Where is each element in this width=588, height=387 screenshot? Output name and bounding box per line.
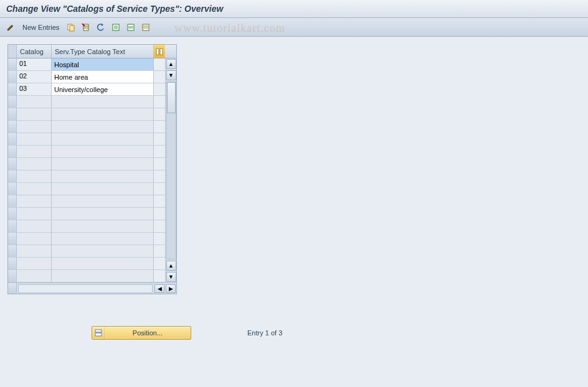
cell-catalog[interactable]	[17, 220, 52, 232]
row-selector[interactable]	[8, 208, 17, 220]
cell-catalog[interactable]	[17, 158, 52, 170]
catalog-text-input[interactable]	[52, 71, 153, 83]
scroll-down-icon[interactable]: ▼	[166, 70, 176, 80]
cell-text[interactable]	[52, 108, 154, 120]
cell-text[interactable]	[52, 71, 154, 83]
column-header-selector[interactable]	[8, 45, 17, 58]
cell-catalog[interactable]	[17, 208, 52, 220]
row-selector[interactable]	[8, 245, 17, 257]
page-title-text: Change View "Catalogs of Service Types":…	[6, 4, 223, 14]
cell-text[interactable]	[52, 96, 154, 108]
cell-text[interactable]	[52, 158, 154, 170]
cell-text[interactable]	[52, 258, 154, 269]
row-selector[interactable]	[8, 83, 17, 95]
row-selector[interactable]	[8, 133, 17, 145]
toggle-edit-icon[interactable]	[5, 22, 16, 33]
catalog-text-input[interactable]	[52, 108, 153, 120]
cell-catalog[interactable]	[17, 183, 52, 195]
catalog-text-input[interactable]	[52, 170, 153, 182]
row-selector[interactable]	[8, 71, 17, 83]
row-selector[interactable]	[8, 270, 17, 282]
scroll-thumb[interactable]	[167, 82, 176, 113]
position-button[interactable]: Position...	[92, 326, 191, 340]
catalog-text-input[interactable]	[52, 208, 153, 220]
catalog-text-input[interactable]	[52, 183, 153, 195]
new-entries-button[interactable]: New Entries	[20, 22, 62, 32]
cell-catalog[interactable]	[17, 133, 52, 145]
copy-icon[interactable]	[65, 22, 77, 33]
cell-text[interactable]	[52, 133, 154, 145]
deselect-all-icon[interactable]	[140, 22, 151, 33]
catalog-text-input[interactable]	[52, 245, 153, 257]
row-selector[interactable]	[8, 220, 17, 232]
column-config-icon[interactable]	[154, 45, 165, 58]
cell-catalog[interactable]	[17, 258, 52, 269]
svg-rect-9	[143, 24, 149, 30]
row-selector[interactable]	[8, 183, 17, 195]
vertical-scrollbar[interactable]: ▲ ▼ ▲ ▼	[165, 58, 176, 282]
scroll-up2-icon[interactable]: ▲	[166, 261, 176, 271]
scroll-up-icon[interactable]: ▲	[166, 59, 176, 69]
cell-catalog[interactable]: 03	[17, 83, 52, 95]
column-header-catalog[interactable]: Catalog	[17, 45, 52, 58]
cell-catalog[interactable]: 02	[17, 71, 52, 83]
cell-catalog[interactable]	[17, 245, 52, 257]
catalog-text-input[interactable]	[52, 158, 153, 170]
delete-icon[interactable]	[80, 22, 92, 33]
row-selector[interactable]	[8, 108, 17, 120]
table-row	[8, 170, 165, 183]
cell-catalog[interactable]: 01	[17, 58, 52, 70]
cell-catalog[interactable]	[17, 146, 52, 157]
row-selector[interactable]	[8, 233, 17, 245]
horizontal-scrollbar[interactable]: ◀ ▶	[8, 282, 176, 294]
hscroll-track[interactable]	[18, 284, 153, 293]
catalog-text-input[interactable]	[52, 146, 153, 157]
catalog-text-input[interactable]	[52, 258, 153, 269]
row-selector[interactable]	[8, 58, 17, 70]
catalog-text-input[interactable]	[52, 121, 153, 133]
catalog-text-input[interactable]	[52, 233, 153, 245]
cell-text[interactable]	[52, 146, 154, 157]
cell-text[interactable]	[52, 270, 154, 282]
column-header-text[interactable]: Serv.Type Catalog Text	[52, 45, 154, 58]
row-selector[interactable]	[8, 146, 17, 157]
select-block-icon[interactable]	[125, 22, 136, 33]
cell-text[interactable]	[52, 233, 154, 245]
scroll-track[interactable]	[166, 82, 176, 259]
cell-text[interactable]	[52, 121, 154, 133]
select-all-icon[interactable]	[110, 22, 121, 33]
catalog-text-input[interactable]	[52, 83, 153, 95]
cell-catalog[interactable]	[17, 170, 52, 182]
cell-catalog[interactable]	[17, 233, 52, 245]
scroll-down2-icon[interactable]: ▼	[166, 272, 176, 282]
catalog-text-input[interactable]	[52, 133, 153, 145]
cell-catalog[interactable]	[17, 108, 52, 120]
cell-text[interactable]	[52, 170, 154, 182]
row-selector[interactable]	[8, 195, 17, 207]
undo-icon[interactable]	[95, 22, 107, 33]
cell-catalog[interactable]	[17, 121, 52, 133]
row-selector[interactable]	[8, 121, 17, 133]
catalog-text-input[interactable]	[52, 195, 153, 207]
row-selector[interactable]	[8, 96, 17, 108]
catalog-text-input[interactable]	[52, 270, 153, 282]
cell-catalog[interactable]	[17, 270, 52, 282]
cell-text[interactable]	[52, 83, 154, 95]
table-row	[8, 96, 165, 108]
cell-text[interactable]	[52, 183, 154, 195]
row-selector[interactable]	[8, 158, 17, 170]
cell-catalog[interactable]	[17, 195, 52, 207]
cell-text[interactable]	[52, 208, 154, 220]
row-selector[interactable]	[8, 258, 17, 269]
scroll-right-icon[interactable]: ▶	[166, 284, 176, 293]
cell-text[interactable]	[52, 195, 154, 207]
scroll-left-icon[interactable]: ◀	[154, 284, 164, 293]
cell-catalog[interactable]	[17, 96, 52, 108]
cell-text[interactable]	[52, 58, 154, 70]
cell-text[interactable]	[52, 245, 154, 257]
row-selector[interactable]	[8, 170, 17, 182]
catalog-text-input[interactable]	[52, 220, 153, 232]
cell-text[interactable]	[52, 220, 154, 232]
catalog-text-input[interactable]	[52, 96, 153, 108]
catalog-text-input[interactable]	[52, 58, 153, 70]
